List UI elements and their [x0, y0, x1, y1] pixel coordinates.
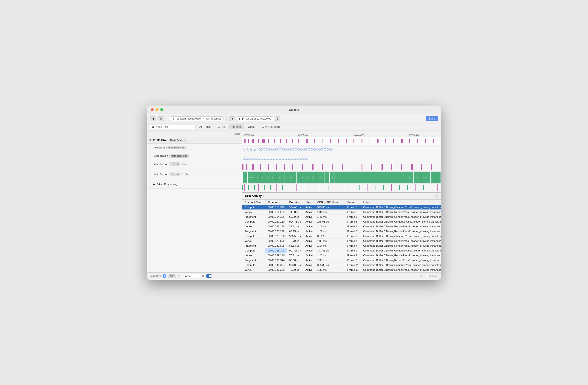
- cell-state: Active: [303, 210, 315, 214]
- separator-1: [167, 116, 167, 121]
- cell-latency: 373.38 μs: [315, 205, 345, 210]
- table-container[interactable]: Channel Name Creation ↑ Duration State C…: [242, 200, 441, 272]
- traffic-lights: [151, 108, 163, 111]
- track-driver-processing[interactable]: ▶ Driver Processing: [147, 180, 242, 189]
- table-row[interactable]: Compute00:00.046.324903.00 μsActive395.3…: [242, 263, 441, 267]
- allocation-label: Allocation: [153, 146, 165, 149]
- track-row-green: C... Com... C... C... C... C... Com... C…: [242, 172, 441, 184]
- cell-frame: Frame 7: [345, 243, 361, 248]
- expand-gpu-button[interactable]: ⬜: [435, 194, 438, 197]
- table-row[interactable]: Fragment00:00.029.80565.83 μsActive1.14 …: [242, 243, 441, 248]
- cell-latency: 86.17 μs: [315, 233, 345, 238]
- cell-creation: 00:00.047.260: [265, 267, 287, 272]
- cell-label: Command Buffer 0:Dawn_ComputePassEncoder…: [361, 263, 441, 267]
- cell-label: Command Buffer 0:Dawn_RenderPassEncoder_…: [361, 224, 441, 229]
- table-row[interactable]: Fragment00:00.028.29665.75 μsActive1.21 …: [242, 229, 441, 233]
- table-row[interactable]: Fragment00:00.039.34465.58 μsActive1.38 …: [242, 258, 441, 263]
- cell-creation: 00:00.028.195: [265, 224, 287, 229]
- col-creation[interactable]: Creation ↑: [265, 200, 287, 205]
- filter-input[interactable]: [182, 274, 200, 278]
- add-button[interactable]: +: [413, 116, 418, 121]
- track-filter[interactable]: ⊙: [150, 125, 196, 129]
- tab-gpus[interactable]: GPUs: [245, 124, 258, 129]
- cell-channel: Fragment: [242, 214, 265, 219]
- table-row[interactable]: Vertex00:00.047.26075.50 μsActive1.33 ms…: [242, 267, 441, 272]
- cell-channel: Vertex: [242, 210, 265, 214]
- table-row[interactable]: Vertex00:00.028.19574.21 μsActive1.11 ms…: [242, 224, 441, 229]
- subtract-button[interactable]: −: [420, 116, 424, 121]
- table-body: Compute00:00.013.315904.46 μsActive373.3…: [242, 205, 441, 272]
- table-row[interactable]: Vertex00:00.029.69675.79 μsActive1.03 ms…: [242, 238, 441, 243]
- tab-threads[interactable]: Threads: [229, 124, 244, 129]
- track-allocation: Allocation Metal Resource: [147, 144, 242, 152]
- cell-channel: Vertex: [242, 267, 265, 272]
- col-label[interactable]: Label: [361, 200, 441, 205]
- track-row-4: [242, 163, 441, 172]
- cell-duration: 65.83 μs: [287, 243, 303, 248]
- cell-latency: 1.41 ms: [315, 214, 345, 219]
- maximize-button[interactable]: [160, 108, 163, 111]
- back-button[interactable]: ◀: [150, 116, 156, 121]
- table-header-row: Channel Name Creation ↑ Duration State C…: [242, 200, 441, 205]
- cell-frame: Frame 11: [345, 263, 361, 267]
- cell-frame: Frame 11: [345, 267, 361, 272]
- filter-label: Input filter: [150, 275, 161, 277]
- col-duration[interactable]: Duration: [287, 200, 303, 205]
- cell-creation: 00:00.039.240: [265, 253, 287, 258]
- filter-toggle[interactable]: [206, 274, 212, 278]
- col-channel-name[interactable]: Channel Name: [242, 200, 265, 205]
- close-button[interactable]: [151, 108, 154, 111]
- run-info-button[interactable]: ℹ: [275, 116, 280, 121]
- filter-badge: ⚙: [163, 274, 166, 278]
- table-row[interactable]: Compute00:00.038.306903.21 μsActive343.4…: [242, 248, 441, 253]
- back-icon: ◀: [152, 117, 154, 120]
- computer-icon: 🖥: [172, 117, 175, 120]
- tab-gpu-counters[interactable]: GPU Counters: [259, 124, 282, 129]
- track-group-m1pro[interactable]: ▼ ⊞ M1 Pro Metal Device: [147, 137, 242, 144]
- cell-frame: Frame 9: [345, 248, 361, 253]
- table-row[interactable]: Vertex00:00.014.25374.58 μsActive1.31 ms…: [242, 210, 441, 214]
- track-filter-input[interactable]: [155, 126, 188, 128]
- table-row[interactable]: Vertex00:00.039.24075.21 μsActive1.28 ms…: [242, 253, 441, 258]
- cell-duration: 65.75 μs: [287, 229, 303, 233]
- cell-label: Command Buffer 0:Dawn_RenderPassEncoder_…: [361, 214, 441, 219]
- device-label: fbeaufort-macbookpro: [176, 117, 201, 120]
- cell-duration: 75.79 μs: [287, 238, 303, 243]
- cell-state: Active: [303, 214, 315, 219]
- pause-button[interactable]: ⏸: [158, 116, 164, 121]
- table-row[interactable]: Fragment00:00.014.35565.29 μsActive1.41 …: [242, 214, 441, 219]
- allocation-badge: Metal Resource: [166, 146, 186, 149]
- cell-duration: 74.58 μs: [287, 210, 303, 214]
- col-latency[interactable]: CPU to GPU Laten...: [315, 200, 345, 205]
- cell-state: Active: [303, 263, 315, 267]
- cell-channel: Fragment: [242, 229, 265, 233]
- cell-state: Active: [303, 238, 315, 243]
- cell-creation: 00:00.038.306: [265, 248, 287, 253]
- table-row[interactable]: Compute00:00.013.315904.46 μsActive373.3…: [242, 205, 441, 210]
- filter-icon: ⊙: [152, 125, 154, 129]
- table-row[interactable]: Compute00:00.027.260904.33 μsActive175.0…: [242, 219, 441, 224]
- table-row[interactable]: Compute00:00.028.756900.50 μsActive86.17…: [242, 233, 441, 238]
- minimize-button[interactable]: [155, 108, 158, 111]
- track-row-3: T T T T T T T T T T T T T T T: [242, 154, 441, 163]
- sort-arrow-icon: ↑: [280, 201, 282, 204]
- cell-creation: 00:00.013.315: [265, 205, 287, 210]
- track-main-thread-2: Main Thread Thread 0x124eef: [147, 168, 242, 180]
- col-frame[interactable]: Frame: [345, 200, 361, 205]
- cell-channel: Vertex: [242, 253, 265, 258]
- cell-label: Command Buffer 0:Dawn_RenderPassEncoder_…: [361, 243, 441, 248]
- track-deallocation: Deallocation Metal Resource: [147, 152, 242, 160]
- tab-cpus[interactable]: CPUs: [215, 124, 228, 129]
- deallocation-badge: Metal Resource: [169, 154, 189, 158]
- pause-icon: ⏸: [160, 117, 162, 120]
- col-state[interactable]: State: [303, 200, 315, 205]
- tab-all-tracks[interactable]: All Tracks: [197, 124, 214, 129]
- sort-icon: ↕: [263, 195, 264, 197]
- cell-creation: 00:00.028.756: [265, 233, 287, 238]
- main-thread-1-label: Main Thread: [153, 163, 168, 165]
- save-button[interactable]: Save: [426, 116, 438, 121]
- run-prev-button[interactable]: ◀: [229, 116, 235, 121]
- cell-frame: Frame 7: [345, 238, 361, 243]
- cell-creation: 00:00.028.296: [265, 229, 287, 233]
- cell-state: Active: [303, 205, 315, 210]
